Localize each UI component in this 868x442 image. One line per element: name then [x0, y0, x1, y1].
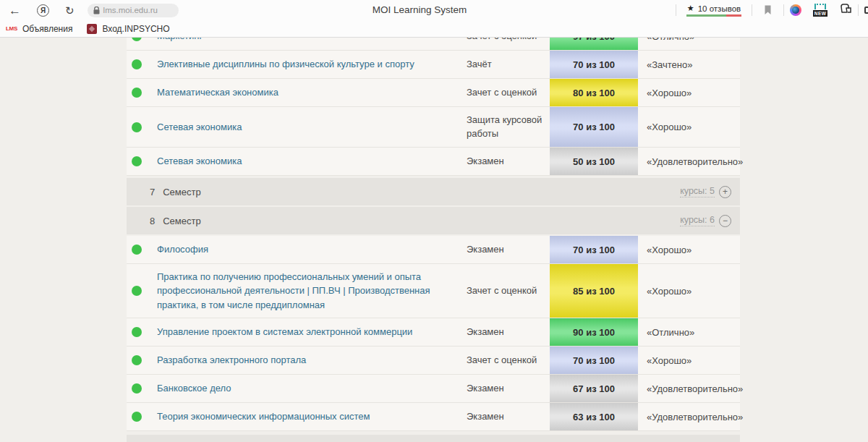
browser-toolbar: ← Я ↻ lms.moi.edu.ru MOI Learning System… — [0, 0, 868, 20]
semester-label: Семестр — [163, 216, 200, 226]
exam-type: Зачет с оценкой — [467, 284, 550, 297]
grade-text: «Хорошо» — [638, 355, 740, 366]
exam-type: Зачёт — [467, 58, 550, 71]
exam-type: Экзамен — [467, 326, 550, 339]
status-dot-icon — [132, 355, 142, 365]
separator — [858, 4, 859, 16]
semester-label: Семестр — [163, 187, 200, 197]
courses-count-link[interactable]: курсы: 5 — [680, 186, 715, 197]
course-link[interactable]: Элективные дисциплины по физической куль… — [157, 57, 467, 72]
course-link[interactable]: Математическая экономика — [157, 85, 467, 100]
course-link[interactable]: Разработка электронного портала — [157, 353, 467, 367]
course-link[interactable]: Философия — [157, 242, 467, 257]
inpsycho-favicon — [87, 24, 97, 34]
status-dot-icon — [132, 59, 142, 69]
score-cell: 63 из 100 — [550, 403, 638, 430]
exam-type: Зачет с оценкой — [467, 354, 550, 367]
reviews-button[interactable]: ★ 10 отзывов — [686, 4, 741, 17]
course-link[interactable]: Практика по получению профессиональных у… — [157, 270, 467, 313]
exam-type: Зачет с оценкой — [467, 86, 550, 99]
semester-band-8[interactable]: 8 Семестр курсы: 6 − — [127, 207, 740, 234]
extension-collections-icon[interactable] — [839, 3, 852, 17]
courses-count-link[interactable]: курсы: 6 — [680, 215, 715, 226]
toolbar-right: ★ 10 отзывов NEW — [676, 0, 868, 20]
bookmark-flag-icon — [764, 5, 772, 15]
separator — [783, 4, 784, 16]
grade-text: «Отлично» — [638, 38, 740, 42]
course-link[interactable]: Сетевая экономика — [157, 154, 467, 169]
reviews-count: 10 отзывов — [698, 4, 741, 13]
separator — [752, 4, 752, 16]
table-row: Практика по получению профессиональных у… — [127, 264, 740, 318]
collapse-minus-icon[interactable]: − — [719, 215, 731, 227]
table-row: Банковское дело Экзамен 67 из 100 «Удовл… — [127, 375, 740, 403]
back-button[interactable]: ← — [9, 4, 21, 17]
table-row: Разработка электронного портала Зачет с … — [127, 347, 740, 375]
status-dot-icon — [132, 412, 142, 422]
lms-page: Маркетинг Зачет с оценкой 97 из 100 «Отл… — [0, 38, 868, 442]
cut-off-icon[interactable] — [864, 7, 868, 14]
table-row: Сетевая экономика Экзамен 50 из 100 «Удо… — [127, 148, 740, 176]
table-row: Математическая экономика Зачет с оценкой… — [127, 79, 740, 107]
course-link[interactable]: Банковское дело — [157, 381, 467, 396]
bookmark-item-announcements[interactable]: LMS Объявления — [6, 24, 72, 34]
semester-band-7[interactable]: 7 Семестр курсы: 5 + — [127, 178, 740, 205]
score-cell: 80 из 100 — [550, 79, 638, 106]
status-dot-icon — [132, 122, 142, 132]
grade-text: «Удовлетворительно» — [638, 156, 743, 167]
course-link[interactable]: Маркетинг — [157, 38, 467, 43]
status-dot-icon — [132, 88, 142, 98]
browser-chrome: ← Я ↻ lms.moi.edu.ru MOI Learning System… — [0, 0, 868, 38]
score-cell: 70 из 100 — [550, 107, 638, 147]
rating-bar-negative — [726, 14, 741, 17]
grade-text: «Хорошо» — [638, 286, 740, 297]
table-row: Маркетинг Зачет с оценкой 97 из 100 «Отл… — [127, 38, 740, 51]
semester-band-9[interactable]: 9 Семестр (текущий) курсы: + — [127, 435, 740, 442]
exam-type: Экзамен — [467, 410, 550, 423]
expand-plus-icon[interactable]: + — [719, 186, 731, 198]
grade-text: «Зачтено» — [638, 59, 740, 70]
table-row: Сетевая экономика Защита курсовой работы… — [127, 107, 740, 148]
table-row: Философия Экзамен 70 из 100 «Хорошо» — [127, 236, 740, 264]
score-cell: 70 из 100 — [550, 236, 638, 263]
score-cell: 67 из 100 — [550, 375, 638, 402]
rating-bar-positive — [686, 14, 726, 17]
score-cell: 90 из 100 — [550, 318, 638, 346]
status-dot-icon — [132, 327, 142, 337]
address-bar[interactable]: lms.moi.edu.ru — [88, 4, 179, 17]
bookmark-flag-button[interactable] — [764, 5, 772, 15]
exam-type: Экзамен — [467, 382, 550, 395]
star-icon: ★ — [687, 4, 694, 13]
status-dot-icon — [132, 286, 142, 296]
exam-type: Зачет с оценкой — [467, 38, 550, 43]
bookmark-label: Вход.INPSYCHO — [102, 24, 169, 34]
grade-text: «Хорошо» — [638, 245, 740, 255]
semester-number: 8 — [150, 216, 155, 226]
course-link[interactable]: Управление проектом в системах электронн… — [157, 325, 467, 339]
page-title: MOI Learning System — [217, 4, 622, 15]
score-cell: 70 из 100 — [550, 347, 638, 374]
score-cell: 70 из 100 — [550, 51, 638, 78]
status-dot-icon — [132, 383, 142, 394]
yandex-icon[interactable]: Я — [37, 4, 49, 17]
exam-type: Защита курсовой работы — [467, 114, 550, 140]
refresh-button[interactable]: ↻ — [65, 5, 75, 16]
lock-icon — [93, 7, 100, 14]
status-dot-icon — [132, 156, 142, 166]
course-link[interactable]: Сетевая экономика — [157, 120, 467, 135]
grade-text: «Хорошо» — [638, 88, 740, 98]
course-link[interactable]: Теория экономических информационных сист… — [157, 409, 467, 424]
grade-text: «Хорошо» — [638, 122, 740, 132]
semester-number: 7 — [150, 187, 155, 197]
extension-screenshot-icon[interactable]: NEW — [813, 4, 827, 17]
bookmark-label: Объявления — [22, 24, 72, 34]
new-badge: NEW — [813, 10, 827, 17]
score-cell: 97 из 100 — [550, 38, 638, 50]
grade-text: «Отлично» — [638, 327, 740, 338]
extension-color-wheel-icon[interactable] — [790, 4, 801, 16]
bookmark-item-inpsycho[interactable]: Вход.INPSYCHO — [87, 24, 169, 34]
exam-type: Экзамен — [467, 155, 550, 168]
exam-type: Экзамен — [467, 243, 550, 256]
rating-bar — [686, 14, 741, 17]
status-dot-icon — [132, 245, 142, 255]
